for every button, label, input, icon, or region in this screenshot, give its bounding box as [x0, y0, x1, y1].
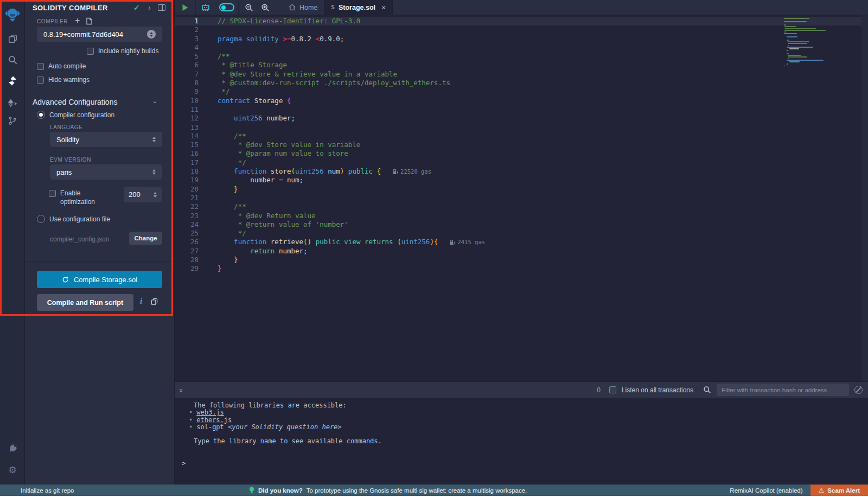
minimap-line — [787, 36, 797, 37]
collapse-terminal-icon[interactable]: » — [177, 388, 186, 391]
code-line[interactable]: 17 */ — [175, 158, 868, 167]
code-line[interactable]: 3pragma solidity >=0.8.2 <0.9.0; — [175, 35, 868, 43]
code-line[interactable]: 5/** — [175, 52, 868, 61]
info-icon[interactable]: i — [140, 297, 142, 306]
line-number: 29 — [175, 264, 206, 273]
code-editor[interactable]: 1// SPDX-License-Identifier: GPL-3.023pr… — [175, 15, 868, 381]
copy-icon[interactable] — [151, 298, 158, 308]
number-stepper-icon[interactable] — [154, 192, 157, 197]
close-tab-icon[interactable]: × — [381, 3, 386, 12]
hide-warnings-checkbox[interactable] — [37, 77, 44, 84]
tab-storage-sol[interactable]: S Storage.sol × — [324, 0, 393, 15]
line-number: 24 — [175, 220, 206, 229]
language-select[interactable]: Solidity — [50, 132, 162, 147]
listen-transactions-checkbox[interactable] — [609, 386, 616, 393]
code-line[interactable]: 10contract Storage { — [175, 97, 868, 105]
split-view-icon[interactable] — [158, 4, 165, 11]
code-line[interactable]: 25 */ — [175, 229, 868, 238]
line-number: 16 — [175, 149, 206, 158]
compiler-config-label: Compiler configuration — [49, 111, 114, 119]
code-line[interactable]: 20 } — [175, 185, 868, 194]
minimap[interactable] — [784, 18, 838, 67]
code-line[interactable]: 8 * @custom:dev-run-script ./scripts/dep… — [175, 79, 868, 87]
remix-ide-window: ⚙ SOLIDITY COMPILER ✓ › COMPILER + 0.8.1… — [0, 0, 868, 497]
compile-and-run-button[interactable]: Compile and Run script — [37, 294, 133, 311]
code-line[interactable]: 28 } — [175, 256, 868, 264]
version-spinner-icon[interactable] — [147, 30, 156, 39]
change-config-button[interactable]: Change — [129, 232, 162, 245]
open-file-icon[interactable] — [86, 17, 93, 27]
tab-home[interactable]: Home — [282, 0, 324, 15]
code-text: * @return value of 'number' — [206, 220, 348, 229]
nightly-builds-checkbox[interactable] — [87, 48, 94, 55]
transaction-filter-input[interactable] — [717, 384, 849, 396]
chevron-down-icon[interactable]: › — [151, 101, 159, 103]
zoom-out-icon[interactable] — [241, 0, 257, 15]
line-number: 20 — [175, 185, 206, 194]
copilot-toggle[interactable] — [215, 0, 238, 15]
code-line[interactable]: 24 * @return value of 'number' — [175, 220, 868, 229]
code-line[interactable]: 23 * @dev Return value — [175, 212, 868, 220]
plugin-manager-icon[interactable] — [0, 439, 25, 457]
code-line[interactable]: 22 /** — [175, 202, 868, 211]
panel-chevron-right-icon[interactable]: › — [148, 3, 151, 12]
code-line[interactable]: 12 uint256 number; — [175, 114, 868, 123]
terminal[interactable]: The following libraries are accessible: … — [175, 398, 868, 485]
auto-compile-checkbox[interactable] — [37, 63, 44, 70]
code-line[interactable]: 27 return number; — [175, 247, 868, 256]
use-config-file-radio[interactable] — [37, 215, 45, 223]
code-line[interactable]: 9 */ — [175, 87, 868, 96]
ai-copilot-robot-icon[interactable] — [196, 0, 215, 15]
copilot-status[interactable]: RemixAI Copilot (enabled) — [730, 487, 802, 494]
terminal-library-link[interactable]: ethers.js — [196, 416, 232, 424]
hide-warnings-label: Hide warnings — [48, 76, 90, 84]
git-icon[interactable] — [0, 112, 25, 129]
code-line[interactable]: 26 function retrieve() public view retur… — [175, 238, 868, 246]
line-number: 13 — [175, 123, 206, 132]
editor-scrollbar-gutter[interactable] — [861, 15, 868, 381]
compile-button[interactable]: Compile Storage.sol — [37, 271, 162, 288]
solidity-compiler-icon[interactable] — [0, 72, 25, 90]
code-line[interactable]: 15 * @dev Store value in variable — [175, 141, 868, 149]
scam-alert-button[interactable]: ⚠ Scam Alert — [810, 485, 868, 496]
code-line[interactable]: 16 * @param num value to store — [175, 149, 868, 158]
terminal-library-link[interactable]: web3.js — [196, 409, 224, 416]
home-icon — [289, 4, 296, 11]
code-line[interactable]: 2 — [175, 26, 868, 34]
code-line[interactable]: 18 function store(uint256 num) public {2… — [175, 167, 868, 176]
code-text: * @dev Store value in variable — [206, 141, 360, 149]
compiler-version-select[interactable]: 0.8.19+commit.7dd6d404 — [37, 27, 162, 42]
terminal-library-name: sol-gpt — [196, 423, 224, 431]
terminal-prompt[interactable]: > — [182, 460, 186, 467]
code-line[interactable]: 11 — [175, 105, 868, 114]
zoom-in-icon[interactable] — [257, 0, 273, 15]
remix-logo-icon[interactable] — [0, 4, 25, 25]
advanced-configurations-title[interactable]: Advanced Configurations — [33, 98, 117, 106]
evm-version-select[interactable]: paris — [50, 164, 162, 180]
line-number: 4 — [175, 43, 206, 52]
run-script-play-button[interactable] — [175, 0, 195, 15]
optimization-runs-input[interactable]: 200 — [124, 187, 162, 202]
add-compiler-icon[interactable]: + — [75, 16, 80, 26]
settings-gear-icon[interactable]: ⚙ — [0, 461, 25, 479]
solidity-file-icon: S — [331, 4, 335, 11]
code-line[interactable]: 19 number = num; — [175, 176, 868, 184]
code-line[interactable]: 7 * @dev Store & retrieve value in a var… — [175, 70, 868, 79]
clear-terminal-icon[interactable] — [854, 386, 863, 394]
code-line[interactable]: 14 /** — [175, 132, 868, 141]
code-text: * @custom:dev-run-script ./scripts/deplo… — [206, 79, 450, 87]
git-init-button[interactable]: Initialize as git repo — [21, 487, 74, 494]
compiler-config-radio[interactable] — [37, 111, 45, 119]
code-line[interactable]: 6 * @title Storage — [175, 61, 868, 69]
code-line[interactable]: 13 — [175, 123, 868, 132]
transaction-count: 0 — [597, 386, 601, 394]
code-line[interactable]: 21 — [175, 194, 868, 202]
code-line[interactable]: 4 — [175, 43, 868, 52]
code-line[interactable]: 29} — [175, 264, 868, 273]
file-explorer-icon[interactable] — [0, 30, 25, 47]
enable-optimization-checkbox[interactable] — [49, 190, 56, 197]
code-line[interactable]: 1// SPDX-License-Identifier: GPL-3.0 — [175, 17, 868, 26]
terminal-search-icon[interactable] — [703, 386, 711, 394]
deploy-and-run-icon[interactable] — [0, 94, 25, 112]
search-icon[interactable] — [0, 51, 25, 68]
